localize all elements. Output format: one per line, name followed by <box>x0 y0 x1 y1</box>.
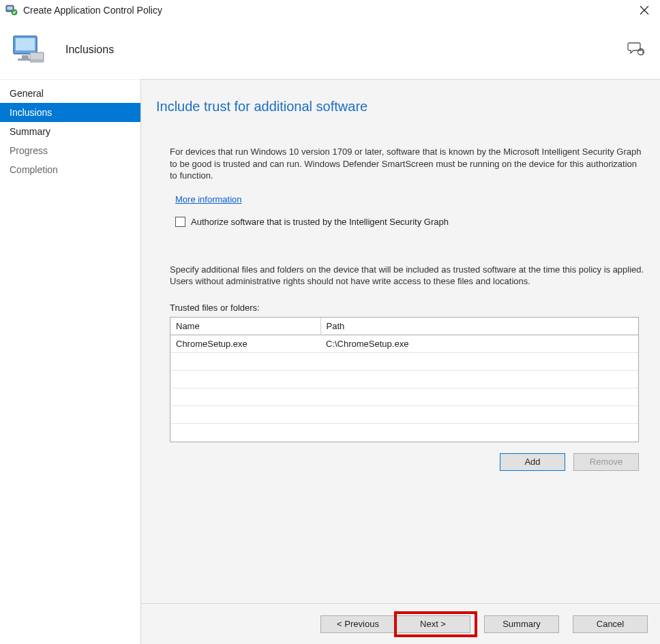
window-title: Create Application Control Policy <box>23 5 162 16</box>
authorize-checkbox-label: Authorize software that is trusted by th… <box>191 217 449 227</box>
feedback-icon[interactable] <box>627 42 644 58</box>
sidebar-item-completion[interactable]: Completion <box>0 160 140 179</box>
table-row-empty[interactable] <box>170 424 638 442</box>
sidebar-item-progress[interactable]: Progress <box>0 141 140 160</box>
trusted-files-table[interactable]: Name Path ChromeSetup.exeC:\ChromeSetup.… <box>170 317 639 442</box>
cell-path: C:\ChromeSetup.exe <box>320 335 638 353</box>
svg-rect-4 <box>16 38 35 50</box>
previous-button[interactable]: < Previous <box>320 615 395 633</box>
close-button[interactable] <box>634 0 655 20</box>
body: General Inclusions Summary Progress Comp… <box>0 79 660 644</box>
wizard-header-icon <box>10 31 48 69</box>
list-label: Trusted files or folders: <box>170 303 645 313</box>
svg-rect-5 <box>22 55 29 59</box>
sidebar-item-general[interactable]: General <box>0 84 140 103</box>
svg-rect-8 <box>30 59 44 62</box>
more-information-link[interactable]: More information <box>175 194 242 204</box>
cell-name: ChromeSetup.exe <box>170 335 320 353</box>
page-heading: Include trust for additional software <box>156 99 645 114</box>
specify-paragraph: Specify additional files and folders on … <box>170 264 645 288</box>
sidebar-item-inclusions[interactable]: Inclusions <box>0 103 140 122</box>
main-panel: Include trust for additional software Fo… <box>140 79 660 644</box>
next-button[interactable]: Next > <box>395 615 470 633</box>
add-button[interactable]: Add <box>500 453 565 471</box>
sidebar: General Inclusions Summary Progress Comp… <box>0 79 140 644</box>
svg-rect-1 <box>7 7 13 10</box>
intro-paragraph: For devices that run Windows 10 version … <box>170 146 645 182</box>
table-row-empty[interactable] <box>170 353 638 371</box>
table-row-empty[interactable] <box>170 371 638 388</box>
sidebar-item-summary[interactable]: Summary <box>0 122 140 141</box>
footer: < Previous Next > Summary Cancel <box>141 603 660 644</box>
cancel-button[interactable]: Cancel <box>573 615 648 633</box>
authorize-checkbox[interactable] <box>175 217 185 227</box>
table-actions: Add Remove <box>170 453 639 471</box>
table-row-empty[interactable] <box>170 406 638 424</box>
table-row-empty[interactable] <box>170 388 638 406</box>
table-header-name[interactable]: Name <box>170 318 320 335</box>
banner: Inclusions <box>0 20 660 79</box>
authorize-checkbox-row: Authorize software that is trusted by th… <box>175 217 645 227</box>
remove-button: Remove <box>573 453 639 471</box>
app-icon <box>5 4 18 16</box>
summary-button[interactable]: Summary <box>484 615 559 633</box>
table-row[interactable]: ChromeSetup.exeC:\ChromeSetup.exe <box>170 335 638 353</box>
banner-title: Inclusions <box>65 44 114 56</box>
table-header-path[interactable]: Path <box>320 318 638 335</box>
titlebar: Create Application Control Policy <box>0 0 660 20</box>
